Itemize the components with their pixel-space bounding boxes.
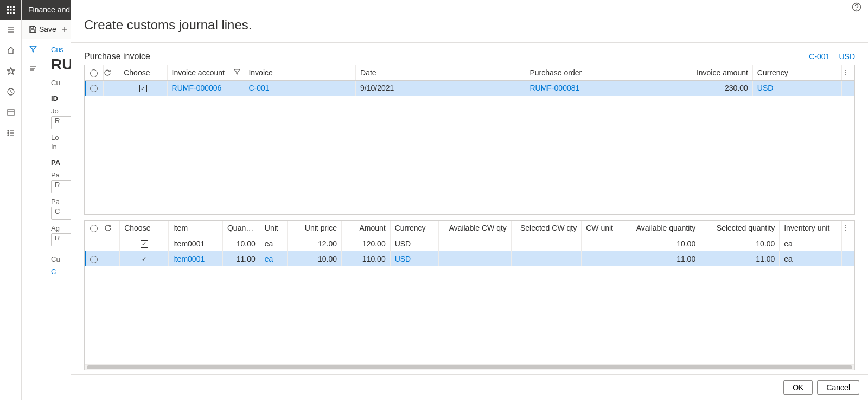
cell-amount: 120.00 [341,236,390,251]
refresh-icon [104,69,111,77]
cell-item[interactable]: Item0001 [168,236,222,251]
save-button[interactable]: Save [28,25,56,34]
workspace-icon [7,108,15,117]
save-icon [28,25,37,34]
cell-blank [104,251,119,266]
cancel-button[interactable]: Cancel [817,380,859,395]
cell-choose[interactable]: ✓ [119,80,167,96]
refresh-icon [104,224,112,232]
cell-choose[interactable]: ✓ [120,236,169,251]
svg-point-31 [845,70,846,71]
col-unit-price[interactable]: Unit price [287,221,341,236]
cell-blank [841,251,854,266]
row-selector[interactable] [85,80,104,96]
col-amount[interactable]: Amount [341,221,390,236]
table-row[interactable]: ✓ Item0001 11.00 ea 10.00 110.00 USD 11.… [85,251,854,266]
col-purchase-order[interactable]: Purchase order [525,65,602,80]
header-refresh[interactable] [104,221,119,236]
nav-home[interactable] [0,40,21,61]
col-invoice-account[interactable]: Invoice account [167,65,244,80]
app-launcher-button[interactable] [0,0,21,20]
help-button[interactable] [852,2,861,12]
filter-icon[interactable] [234,68,240,75]
row-selector[interactable] [85,236,104,251]
col-quantity[interactable]: Quantity [222,221,260,236]
save-label: Save [39,25,56,34]
table-row[interactable]: ✓ RUMF-000006 C-001 9/10/2021 RUMF-00008… [85,80,854,96]
svg-point-34 [845,225,846,226]
radio-icon [90,69,98,77]
col-available-cw-qty[interactable]: Available CW qty [439,221,512,236]
header-select-all[interactable] [85,65,104,80]
help-icon [852,2,861,12]
svg-rect-4 [10,9,11,11]
col-date[interactable]: Date [356,65,525,80]
col-choose[interactable]: Choose [119,65,167,80]
col-available-quantity[interactable]: Available quantity [621,221,700,236]
new-button[interactable] [61,26,68,33]
row-selector[interactable] [85,251,104,266]
cell-item[interactable]: Item0001 [168,251,222,266]
table-row[interactable]: ✓ Item0001 10.00 ea 12.00 120.00 USD 10.… [85,236,854,251]
col-unit[interactable]: Unit [260,221,287,236]
header-select-all[interactable] [85,221,104,236]
col-inventory-unit[interactable]: Inventory unit [780,221,842,236]
cell-unit[interactable]: ea [260,251,287,266]
cell-currency[interactable]: USD [390,236,439,251]
col-choose[interactable]: Choose [120,221,169,236]
nav-recent[interactable] [0,81,21,102]
grid-header-row: Choose Item Quantity Unit Unit price Amo… [85,221,854,236]
nav-favorites[interactable] [0,61,21,81]
col-cw-unit[interactable]: CW unit [582,221,621,236]
cell-blank [104,236,119,251]
cell-available-cw-qty [439,236,512,251]
filter-pane-toggle[interactable] [22,39,44,59]
col-selected-quantity[interactable]: Selected quantity [700,221,780,236]
list-icon [7,129,15,137]
col-invoice[interactable]: Invoice [244,65,356,80]
col-selected-cw-qty[interactable]: Selected CW qty [511,221,581,236]
col-item[interactable]: Item [168,221,222,236]
clock-icon [7,87,15,96]
svg-point-32 [845,72,846,73]
col-currency[interactable]: Currency [752,65,841,80]
nav-workspaces[interactable] [0,102,21,123]
horizontal-scrollbar[interactable] [85,364,854,370]
ok-button[interactable]: OK [783,380,813,395]
more-vertical-icon [842,69,850,77]
svg-marker-12 [7,68,14,75]
cell-amount: 110.00 [341,251,390,266]
app-title: Finance and [28,5,70,14]
cell-purchase-order[interactable]: RUMF-000081 [525,80,602,96]
related-info-toggle[interactable] [22,59,44,78]
summary-invoice-link[interactable]: C-001 [809,52,829,61]
waffle-icon [7,5,15,14]
summary-currency-link[interactable]: USD [839,52,855,61]
cell-invoice[interactable]: C-001 [244,80,356,96]
cell-invoice-account[interactable]: RUMF-000006 [167,80,244,96]
svg-point-36 [845,230,846,231]
cell-choose[interactable]: ✓ [120,251,169,266]
hamburger-icon [7,26,15,34]
cell-unit[interactable]: ea [260,236,287,251]
header-more[interactable] [841,221,854,236]
cell-currency[interactable]: USD [752,80,841,96]
header-more[interactable] [842,65,854,80]
svg-rect-3 [7,9,9,11]
col-currency[interactable]: Currency [390,221,439,236]
cell-blank [842,80,854,96]
svg-rect-5 [13,9,15,11]
hamburger-button[interactable] [0,20,21,40]
cell-selected-cw-qty [511,236,581,251]
cell-unit-price: 10.00 [287,251,341,266]
cell-unit-price: 12.00 [287,236,341,251]
lines-grid: Choose Item Quantity Unit Unit price Amo… [84,220,855,371]
cell-quantity: 10.00 [222,236,260,251]
header-refresh[interactable] [104,65,119,80]
radio-icon [90,225,98,232]
cell-inventory-unit: ea [780,236,842,251]
col-invoice-amount[interactable]: Invoice amount [602,65,753,80]
cell-currency[interactable]: USD [390,251,439,266]
more-vertical-icon [842,224,850,232]
nav-modules[interactable] [0,123,21,143]
